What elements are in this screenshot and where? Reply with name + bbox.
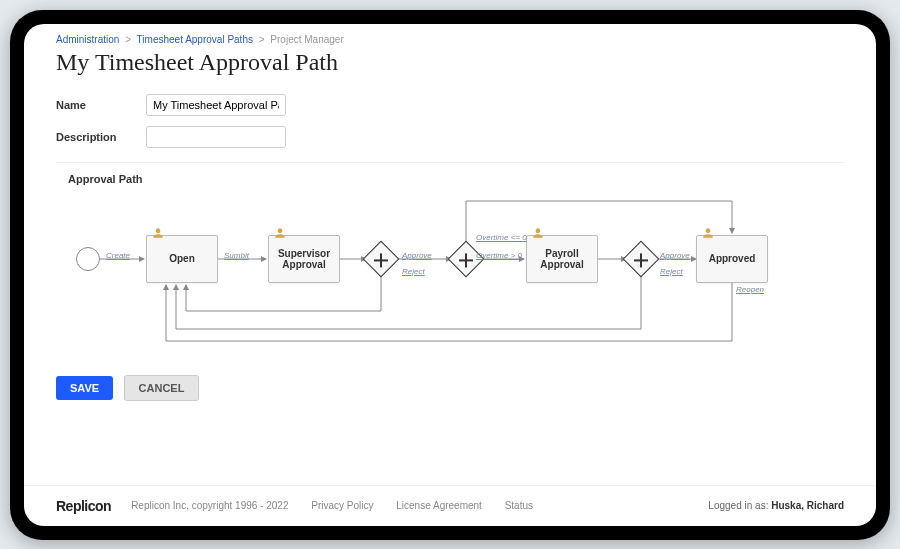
footer: Replicon Replicon Inc, copyright 1996 - …	[24, 485, 876, 526]
gateway-supervisor-decision[interactable]	[363, 240, 400, 277]
node-open[interactable]: Open	[146, 235, 218, 283]
edge-submit[interactable]: Sumbit	[224, 251, 249, 260]
user-icon	[531, 226, 545, 240]
breadcrumb-timesheet-approval-paths[interactable]: Timesheet Approval Paths	[137, 34, 253, 45]
breadcrumb-administration[interactable]: Administration	[56, 34, 119, 45]
page-title: My Timesheet Approval Path	[56, 49, 844, 76]
logged-in-user: Huska, Richard	[771, 500, 844, 511]
start-event[interactable]	[76, 247, 100, 271]
user-icon	[701, 226, 715, 240]
footer-logged-in: Logged in as: Huska, Richard	[708, 500, 844, 511]
action-buttons: SAVE CANCEL	[56, 365, 844, 401]
node-payroll-label: Payroll Approval	[527, 248, 597, 270]
description-label: Description	[56, 131, 146, 143]
footer-copyright: Replicon Inc, copyright 1996 - 2022	[131, 500, 288, 511]
cancel-button[interactable]: CANCEL	[124, 375, 200, 401]
edge-reject-2[interactable]: Reject	[660, 267, 683, 276]
node-supervisor-approval[interactable]: Supervisor Approval	[268, 235, 340, 283]
node-open-label: Open	[169, 253, 195, 264]
node-approved[interactable]: Approved	[696, 235, 768, 283]
footer-status[interactable]: Status	[505, 500, 533, 511]
breadcrumb-sep: >	[125, 34, 131, 45]
edge-reject-1[interactable]: Reject	[402, 267, 425, 276]
description-input[interactable]	[146, 126, 286, 148]
footer-license[interactable]: License Agreement	[396, 500, 482, 511]
form-row-name: Name	[56, 94, 844, 116]
node-supervisor-label: Supervisor Approval	[269, 248, 339, 270]
edge-approve-1[interactable]: Approve	[402, 251, 432, 260]
footer-brand: Replicon	[56, 498, 111, 514]
approval-path-diagram: Open Supervisor Approval Payroll Approva…	[56, 191, 836, 351]
user-icon	[151, 226, 165, 240]
breadcrumb-sep: >	[259, 34, 265, 45]
name-input[interactable]	[146, 94, 286, 116]
edge-approve-2[interactable]: Approve	[660, 251, 690, 260]
gateway-payroll-decision[interactable]	[623, 240, 660, 277]
breadcrumb: Administration > Timesheet Approval Path…	[56, 34, 844, 45]
breadcrumb-current: Project Manager	[270, 34, 343, 45]
logged-in-prefix: Logged in as:	[708, 500, 771, 511]
footer-links: Replicon Inc, copyright 1996 - 2022 Priv…	[131, 500, 553, 511]
form-row-description: Description	[56, 126, 844, 148]
tablet-frame: Administration > Timesheet Approval Path…	[10, 10, 890, 540]
footer-privacy[interactable]: Privacy Policy	[311, 500, 373, 511]
node-payroll-approval[interactable]: Payroll Approval	[526, 235, 598, 283]
name-label: Name	[56, 99, 146, 111]
edge-overtime-gt0[interactable]: Overtime > 0	[476, 251, 522, 260]
edge-create[interactable]: Create	[106, 251, 130, 260]
save-button[interactable]: SAVE	[56, 376, 113, 400]
node-approved-label: Approved	[709, 253, 756, 264]
approval-path-label: Approval Path	[56, 162, 844, 185]
screen: Administration > Timesheet Approval Path…	[24, 24, 876, 526]
edge-overtime-le0[interactable]: Overtime <= 0	[476, 233, 527, 242]
main-content: Administration > Timesheet Approval Path…	[24, 24, 876, 485]
user-icon	[273, 226, 287, 240]
edge-reopen[interactable]: Reopen	[736, 285, 764, 294]
